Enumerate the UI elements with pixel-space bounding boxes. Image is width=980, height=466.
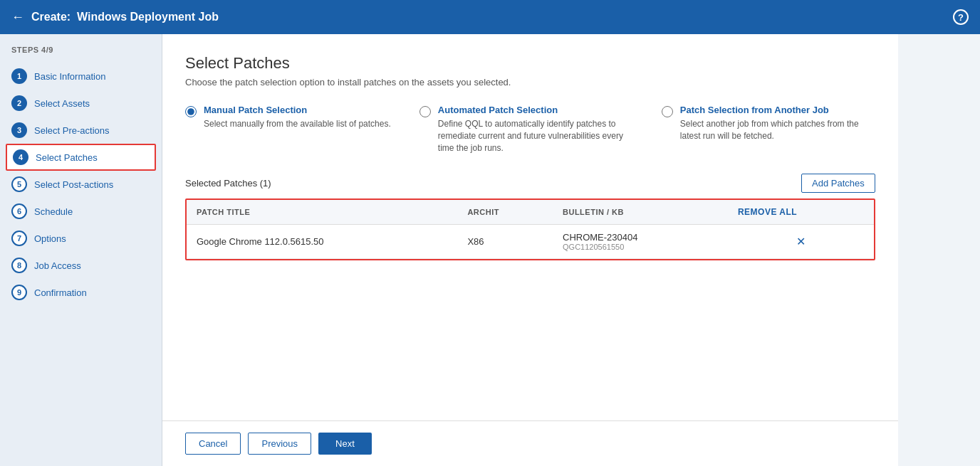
step-circle-6: 6 xyxy=(11,203,27,219)
header-title: Create: Windows Deployment Job xyxy=(31,11,219,23)
previous-button[interactable]: Previous xyxy=(248,433,311,455)
radio-manual-label: Manual Patch Selection xyxy=(204,105,391,115)
next-button[interactable]: Next xyxy=(318,433,372,455)
help-icon[interactable]: ? xyxy=(953,9,969,25)
radio-manual[interactable] xyxy=(185,106,197,117)
page-subtitle: Choose the patch selection option to ins… xyxy=(185,77,875,88)
radio-from-job-desc: Select another job from which patches fr… xyxy=(680,118,875,142)
archit-cell: X86 xyxy=(457,225,553,259)
sidebar-item-label-8: Job Access xyxy=(34,260,81,271)
main-wrapper: Select Patches Choose the patch selectio… xyxy=(162,34,898,466)
step-circle-2: 2 xyxy=(11,95,27,111)
sidebar-item-label-9: Confirmation xyxy=(34,287,87,298)
radio-option-automated: Automated Patch Selection Define QQL to … xyxy=(419,105,633,154)
th-archit: ARCHIT xyxy=(457,200,553,225)
radio-manual-desc: Select manually from the available list … xyxy=(204,118,391,130)
th-bulletin-kb: BULLETIN / KB xyxy=(553,200,728,225)
header-title-prefix: Create: xyxy=(31,11,71,23)
header-title-main: Windows Deployment Job xyxy=(77,11,219,23)
radio-option-manual: Manual Patch Selection Select manually f… xyxy=(185,105,391,154)
sidebar-item-label-1: Basic Information xyxy=(34,71,105,82)
sidebar-item-label-4: Select Patches xyxy=(36,152,98,163)
sidebar-item-select-post-actions[interactable]: 5Select Post-actions xyxy=(0,171,162,198)
sidebar-item-options[interactable]: 7Options xyxy=(0,225,162,252)
sidebar-item-select-assets[interactable]: 2Select Assets xyxy=(0,90,162,117)
main-content: Select Patches Choose the patch selectio… xyxy=(162,34,898,420)
th-remove-all: Remove All xyxy=(728,200,874,225)
step-circle-4: 4 xyxy=(13,149,28,165)
step-circle-8: 8 xyxy=(11,258,27,273)
radio-automated-text: Automated Patch Selection Define QQL to … xyxy=(438,105,633,154)
sidebar-item-confirmation[interactable]: 9Confirmation xyxy=(0,279,162,306)
patches-table-wrapper: PATCH TITLE ARCHIT BULLETIN / KB Remove … xyxy=(185,198,875,260)
bulletin-value: CHROME-230404 xyxy=(563,232,718,243)
radio-automated-label: Automated Patch Selection xyxy=(438,105,633,115)
radio-automated[interactable] xyxy=(419,106,431,117)
th-patch-title: PATCH TITLE xyxy=(187,200,457,225)
radio-from-job-text: Patch Selection from Another Job Select … xyxy=(680,105,875,154)
step-circle-5: 5 xyxy=(11,176,27,192)
patches-table: PATCH TITLE ARCHIT BULLETIN / KB Remove … xyxy=(187,200,874,259)
radio-from-job-label: Patch Selection from Another Job xyxy=(680,105,875,115)
table-header-row: PATCH TITLE ARCHIT BULLETIN / KB Remove … xyxy=(187,200,874,225)
sidebar-item-basic-information[interactable]: 1Basic Information xyxy=(0,63,162,90)
radio-manual-text: Manual Patch Selection Select manually f… xyxy=(204,105,391,154)
sidebar-item-job-access[interactable]: 8Job Access xyxy=(0,252,162,279)
sidebar-item-label-7: Options xyxy=(34,233,66,244)
sidebar-item-label-6: Schedule xyxy=(34,206,73,217)
patches-count: Selected Patches (1) xyxy=(185,178,271,189)
patches-header: Selected Patches (1) Add Patches xyxy=(185,174,875,193)
steps-label: STEPS 4/9 xyxy=(0,46,162,63)
radio-option-from-job: Patch Selection from Another Job Select … xyxy=(662,105,875,154)
bulletin-kb-cell: CHROME-230404QGC1120561550 xyxy=(553,225,728,259)
sidebar-item-label-3: Select Pre-actions xyxy=(34,125,110,136)
step-circle-1: 1 xyxy=(11,68,27,84)
remove-row-button[interactable]: ✕ xyxy=(793,235,808,248)
sidebar-item-label-5: Select Post-actions xyxy=(34,179,113,190)
sidebar-item-label-2: Select Assets xyxy=(34,98,90,109)
sidebar-item-select-patches[interactable]: 4Select Patches xyxy=(6,144,156,171)
header-left: ← Create: Windows Deployment Job xyxy=(11,10,219,25)
sidebar-item-select-pre-actions[interactable]: 3Select Pre-actions xyxy=(0,117,162,144)
remove-cell: ✕ xyxy=(728,225,874,259)
remove-all-link[interactable]: Remove All xyxy=(738,207,797,217)
radio-automated-desc: Define QQL to automatically identify pat… xyxy=(438,118,633,154)
add-patches-button[interactable]: Add Patches xyxy=(801,174,875,193)
footer: Cancel Previous Next xyxy=(162,420,898,466)
sidebar: STEPS 4/9 1Basic Information2Select Asse… xyxy=(0,34,162,466)
step-circle-9: 9 xyxy=(11,285,27,300)
sidebar-item-schedule[interactable]: 6Schedule xyxy=(0,198,162,225)
layout: STEPS 4/9 1Basic Information2Select Asse… xyxy=(0,34,980,466)
patch-title-cell: Google Chrome 112.0.5615.50 xyxy=(187,225,457,259)
radio-group: Manual Patch Selection Select manually f… xyxy=(185,105,875,154)
radio-from-job[interactable] xyxy=(662,106,673,117)
cancel-button[interactable]: Cancel xyxy=(185,433,241,455)
step-circle-3: 3 xyxy=(11,122,27,138)
table-row: Google Chrome 112.0.5615.50X86CHROME-230… xyxy=(187,225,874,259)
page-title: Select Patches xyxy=(185,54,875,73)
header: ← Create: Windows Deployment Job ? xyxy=(0,0,980,34)
back-arrow-icon[interactable]: ← xyxy=(11,10,24,25)
kb-value: QGC1120561550 xyxy=(563,243,718,251)
step-circle-7: 7 xyxy=(11,231,27,246)
